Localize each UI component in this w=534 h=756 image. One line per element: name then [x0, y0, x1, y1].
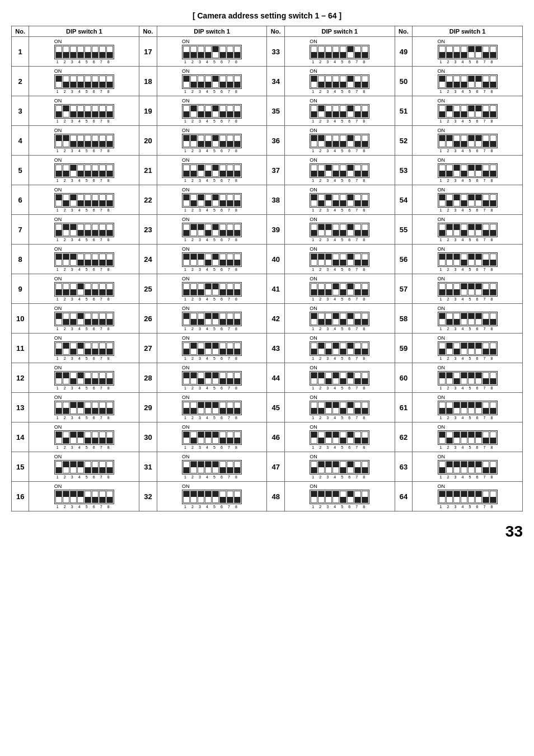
dip-bit-5: [85, 342, 91, 355]
dip-switch-container: ON12345678: [54, 395, 114, 420]
dip-bit-8: [490, 283, 496, 295]
dip-bit-6: [475, 402, 482, 414]
dip-bit-8: [106, 224, 113, 236]
dip-bit-4: [77, 224, 84, 236]
dip-bit-4: [77, 253, 84, 266]
dip-bit-5: [85, 135, 91, 147]
dip-bit-7: [99, 313, 106, 325]
dip-bit-4: [77, 313, 84, 325]
dip-bit-2: [446, 461, 453, 473]
dip-bit-3: [198, 431, 204, 444]
entry-no-col3: 33: [267, 37, 284, 67]
entry-switch-col4: ON12345678: [413, 37, 523, 67]
dip-bit-6: [219, 105, 226, 118]
entry-switch-col3: ON12345678: [284, 393, 395, 422]
dip-bit-7: [483, 342, 489, 355]
entry-no-col3: 42: [267, 304, 284, 334]
dip-bit-8: [490, 224, 496, 236]
entry-no-col3: 34: [267, 67, 284, 96]
dip-bit-5: [85, 283, 91, 295]
dip-bit-4: [461, 224, 467, 236]
dip-bit-4: [205, 46, 212, 58]
table-row: 9ON1234567825ON1234567841ON1234567857ON1…: [12, 274, 523, 304]
dip-bit-6: [219, 461, 226, 473]
dip-bit-3: [325, 253, 332, 266]
dip-bit-2: [190, 402, 197, 414]
dip-bit-8: [362, 224, 368, 236]
dip-switch-container: ON12345678: [182, 454, 242, 479]
dip-bit-5: [340, 342, 346, 355]
dip-bit-1: [311, 46, 317, 58]
entry-no-col3: 39: [267, 215, 284, 245]
dip-bit-7: [354, 491, 361, 503]
dip-bit-3: [325, 135, 332, 147]
dip-bit-4: [332, 224, 339, 236]
dip-bit-5: [212, 283, 219, 295]
dip-switch-container: ON12345678: [438, 424, 498, 449]
dip-bit-2: [63, 342, 69, 355]
dip-bit-4: [205, 105, 212, 118]
dip-bit-4: [205, 135, 212, 147]
entry-no-col3: 45: [267, 393, 284, 422]
entry-no-col3: 36: [267, 126, 284, 156]
col-no-2: No.: [139, 26, 157, 37]
dip-bit-1: [311, 431, 317, 444]
dip-switch-container: ON12345678: [438, 157, 498, 182]
dip-bit-6: [475, 253, 482, 266]
dip-bit-3: [198, 283, 204, 295]
dip-bit-5: [340, 105, 346, 118]
dip-bit-8: [362, 46, 368, 58]
dip-bit-2: [318, 224, 325, 236]
entry-no-col4: 57: [395, 274, 412, 304]
dip-bit-7: [354, 313, 361, 325]
entry-no-col3: 46: [267, 422, 284, 452]
dip-bit-4: [461, 194, 467, 206]
dip-bit-3: [325, 76, 332, 88]
dip-bit-7: [227, 105, 233, 118]
dip-bit-6: [475, 491, 482, 503]
entry-no-col4: 49: [395, 37, 412, 67]
dip-bit-3: [198, 76, 204, 88]
entry-switch-col4: ON12345678: [413, 67, 523, 96]
dip-bit-2: [446, 313, 453, 325]
entry-no-col1: 11: [12, 334, 29, 363]
dip-bit-7: [99, 135, 106, 147]
dip-bit-2: [318, 313, 325, 325]
dip-bit-4: [77, 342, 84, 355]
dip-bit-7: [227, 253, 233, 266]
dip-bit-6: [347, 431, 354, 444]
dip-bit-6: [475, 342, 482, 355]
dip-switch-container: ON12345678: [54, 98, 114, 123]
dip-bit-1: [439, 46, 446, 58]
entry-no-col3: 38: [267, 185, 284, 215]
dip-bit-8: [106, 253, 113, 266]
dip-bit-8: [106, 194, 113, 206]
entry-no-col2: 22: [139, 185, 157, 215]
dip-bit-1: [439, 342, 446, 355]
dip-bit-4: [332, 105, 339, 118]
dip-bit-6: [92, 342, 99, 355]
dip-bit-2: [63, 105, 69, 118]
dip-bit-6: [475, 46, 482, 58]
entry-switch-col3: ON12345678: [284, 96, 395, 126]
dip-bit-5: [468, 313, 475, 325]
dip-bit-8: [362, 105, 368, 118]
dip-bit-1: [311, 461, 317, 473]
table-row: 4ON1234567820ON1234567836ON1234567852ON1…: [12, 126, 523, 156]
dip-bit-1: [439, 224, 446, 236]
dip-bit-7: [99, 491, 106, 503]
dip-bit-2: [446, 253, 453, 266]
dip-bit-6: [347, 224, 354, 236]
dip-bit-8: [362, 194, 368, 206]
entry-switch-col4: ON12345678: [413, 334, 523, 363]
dip-bit-4: [461, 76, 467, 88]
dip-bit-8: [490, 46, 496, 58]
dip-bit-1: [311, 76, 317, 88]
dip-bit-2: [446, 165, 453, 177]
dip-bit-3: [325, 461, 332, 473]
dip-bit-8: [490, 402, 496, 414]
dip-bit-3: [198, 224, 204, 236]
dip-bit-1: [439, 135, 446, 147]
dip-bit-3: [325, 194, 332, 206]
dip-bit-5: [212, 461, 219, 473]
